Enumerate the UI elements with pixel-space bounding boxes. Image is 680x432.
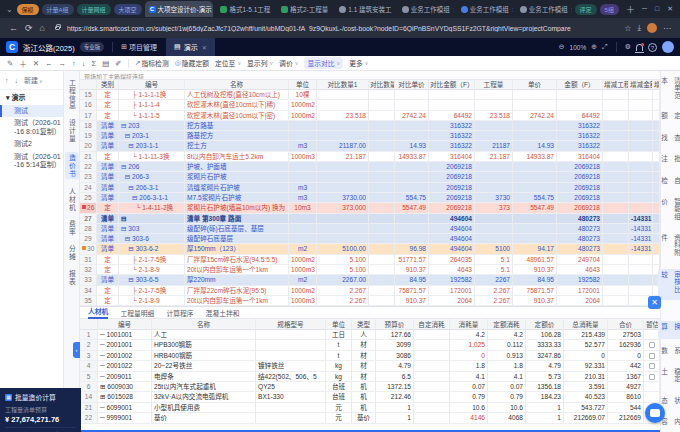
cell-code[interactable]: ─ 1001001 bbox=[98, 330, 152, 340]
cell-quota-price[interactable]: 106.28 bbox=[526, 330, 564, 340]
cell-unit[interactable]: t bbox=[326, 351, 352, 361]
back-icon[interactable]: ← bbox=[9, 23, 18, 33]
header-自定消耗[interactable]: 自定消耗 bbox=[414, 319, 450, 330]
cell-amount[interactable]: 2064 bbox=[557, 296, 603, 306]
cell-name[interactable]: M7.5浆砌片石护坡 bbox=[185, 193, 289, 203]
cell-diff-amount[interactable] bbox=[629, 286, 653, 296]
cell-consume[interactable]: 1.025 bbox=[450, 340, 488, 350]
cell-compare-amount[interactable]: 192582 bbox=[429, 275, 475, 285]
cell-amount[interactable]: 316322 bbox=[557, 131, 603, 141]
cell-total-consume[interactable]: 40.523 bbox=[564, 392, 608, 402]
nav-project-management[interactable]: ⊞项目管理 bbox=[121, 42, 157, 52]
cell-compare-price[interactable] bbox=[395, 183, 429, 193]
cell-compare-qty1[interactable]: 21.187 bbox=[317, 152, 369, 162]
tab-close-icon[interactable]: ✕ bbox=[512, 6, 513, 13]
cell-budget-price[interactable]: 1 bbox=[376, 403, 414, 413]
cell-amount[interactable] bbox=[557, 100, 603, 110]
cell-code[interactable]: ⊟ 203-1 bbox=[119, 131, 185, 141]
row-number[interactable]: 33 bbox=[80, 275, 97, 285]
cell-budget-price[interactable]: 4.79 bbox=[376, 361, 414, 371]
cell-total[interactable]: 442 bbox=[608, 361, 644, 371]
tab-close-icon[interactable]: ✕ bbox=[571, 6, 572, 13]
tab-close-icon[interactable]: ✕ bbox=[331, 6, 332, 13]
cell-compare-amount[interactable]: 316322 bbox=[429, 131, 475, 141]
cell-total-consume[interactable]: 3.591 bbox=[564, 382, 608, 392]
cell-qty[interactable] bbox=[475, 224, 513, 234]
cell-compare-amount[interactable]: 494604 bbox=[429, 234, 475, 244]
cell-diff-qty[interactable] bbox=[603, 265, 629, 275]
browser-tab-active[interactable]: C 大项空设计价-演示 ✕ bbox=[145, 1, 214, 17]
cell-custom-consume[interactable] bbox=[414, 382, 450, 392]
cell-compare-qty1[interactable] bbox=[317, 100, 369, 110]
cell-code[interactable]: ⊟ 206 bbox=[119, 162, 185, 172]
cell-compare-price[interactable]: 84.95 bbox=[395, 275, 429, 285]
cell-compare-qty1[interactable]: 23.518 bbox=[317, 111, 369, 121]
cell-quota-consume[interactable]: 0.07 bbox=[488, 382, 526, 392]
cell-amount[interactable]: 2069218 bbox=[557, 162, 603, 172]
cell-compare-price[interactable]: 14.93 bbox=[395, 141, 429, 151]
cell-total-consume[interactable]: 210.31 bbox=[564, 372, 608, 382]
browser-tab[interactable]: 格式1-5.1工程✕ bbox=[216, 2, 273, 17]
right-tab-清单范本[interactable]: 清单范本 bbox=[658, 77, 680, 104]
cell-quota-consume[interactable]: 4068 bbox=[488, 413, 526, 423]
cell-spec[interactable]: 结422(502、506、5 bbox=[256, 372, 326, 382]
right-tab-定额[interactable]: 定额 bbox=[658, 112, 680, 126]
header-rownum[interactable] bbox=[80, 80, 97, 90]
tree-node[interactable]: 测试（2026-01-16 5:14复制） bbox=[0, 151, 63, 172]
cell-compare-qty2[interactable] bbox=[369, 183, 395, 193]
cell-compare-qty2[interactable] bbox=[369, 203, 395, 213]
cell-price[interactable]: 910.37 bbox=[513, 265, 557, 275]
cell-price[interactable] bbox=[513, 131, 557, 141]
cell-qty[interactable]: 2.267 bbox=[475, 296, 513, 306]
cell-amount[interactable]: 4643 bbox=[557, 265, 603, 275]
cell-code[interactable]: ─ 6099001 bbox=[98, 403, 152, 413]
cell-compare-price[interactable]: 554.75 bbox=[395, 193, 429, 203]
cell-diff-amount[interactable] bbox=[629, 141, 653, 151]
cell-amount[interactable]: 316404 bbox=[557, 152, 603, 162]
cell-name[interactable]: 级配碎石底基层 bbox=[185, 234, 289, 244]
doc-tab-close-icon[interactable]: ✕ bbox=[202, 44, 207, 51]
cell-budget-price[interactable]: 1 bbox=[376, 413, 414, 423]
toolbar-button-显示列[interactable]: 显示列∨ bbox=[247, 58, 273, 68]
cell-code[interactable]: ⊟ 303 bbox=[119, 224, 185, 234]
cell-compare-qty1[interactable]: 5.100 bbox=[317, 255, 369, 265]
cell-name[interactable]: 32kV·A以内交流电弧焊机 bbox=[152, 392, 256, 402]
cell-budget-price[interactable]: 212.46 bbox=[376, 392, 414, 402]
cell-type[interactable]: 机 bbox=[352, 392, 376, 402]
tab-group-chip[interactable]: 保模 bbox=[17, 4, 39, 15]
cell-compare-amount[interactable]: 316322 bbox=[429, 141, 475, 151]
header-合价[interactable]: 合价 bbox=[608, 319, 644, 330]
user-avatar[interactable] bbox=[662, 41, 674, 53]
browser-tab[interactable]: 格式2-工程量✕ bbox=[277, 2, 332, 17]
cell-diff-amount[interactable] bbox=[629, 203, 653, 213]
cell-compare-amount[interactable]: 494604 bbox=[429, 224, 475, 234]
cell-type[interactable]: 材 bbox=[352, 340, 376, 350]
cell-price[interactable] bbox=[513, 90, 557, 100]
cell-compare-price[interactable] bbox=[395, 162, 429, 172]
cell-price[interactable]: 554.75 bbox=[513, 193, 557, 203]
cell-qty[interactable] bbox=[475, 172, 513, 182]
cell-unit[interactable]: 1000m3 bbox=[289, 152, 317, 162]
cell-quota-price[interactable]: 1 bbox=[526, 413, 564, 423]
cell-unit[interactable]: m2 bbox=[289, 275, 317, 285]
cell-price[interactable]: 2742.24 bbox=[513, 111, 557, 121]
cell-total[interactable]: 8610 bbox=[608, 392, 644, 402]
cell-diff-amount[interactable]: -14331 bbox=[629, 214, 653, 224]
cell-diff-qty[interactable] bbox=[603, 100, 629, 110]
cell-qty[interactable]: 21.187 bbox=[475, 152, 513, 162]
cell-compare-qty1[interactable]: 373.000 bbox=[317, 203, 369, 213]
cell-compare-amount[interactable]: 316322 bbox=[429, 121, 475, 131]
row-number[interactable]: 32 bbox=[80, 265, 97, 275]
cell-name[interactable]: 20t以内自卸车运第一个1km bbox=[185, 265, 289, 275]
cell-compare-qty1[interactable] bbox=[317, 121, 369, 131]
vtab-工程信息[interactable]: 工程信息 bbox=[65, 79, 79, 110]
cell-quota-consume[interactable]: 1.8 bbox=[488, 361, 526, 371]
cell-code[interactable]: ─ 2001002 bbox=[98, 351, 152, 361]
header-定额消耗[interactable]: 定额消耗 bbox=[488, 319, 526, 330]
cell-diff-amount[interactable] bbox=[629, 255, 653, 265]
cell-compare-qty1[interactable] bbox=[317, 172, 369, 182]
cell-qty[interactable]: 5.1 bbox=[475, 265, 513, 275]
toolbar-button-隐藏定额[interactable]: ◎隐藏定额 bbox=[175, 58, 209, 68]
tab-close-icon[interactable]: ✕ bbox=[453, 6, 454, 13]
tab-close-icon[interactable]: ✕ bbox=[273, 6, 274, 13]
